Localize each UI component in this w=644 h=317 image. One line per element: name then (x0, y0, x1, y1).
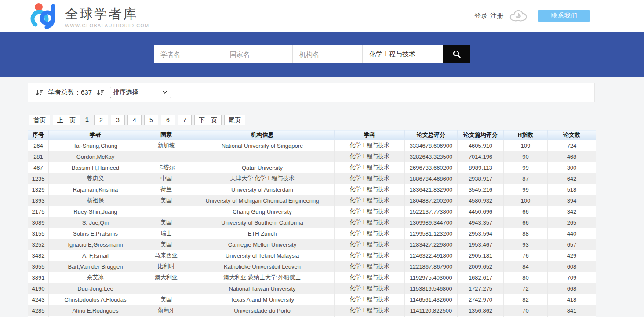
table-cell: 化学工程与技术 (335, 184, 405, 195)
cloud-boat-icon (509, 9, 529, 23)
table-cell: 342 (548, 206, 596, 217)
country-name-input[interactable] (223, 45, 293, 63)
table-cell: 70 (504, 305, 548, 316)
table-cell: 1522137.773800 (405, 206, 458, 217)
table-cell: S. Joe,Qin (49, 217, 142, 228)
table-cell: 化学工程与技术 (335, 272, 405, 283)
table-cell: 比利时 (142, 261, 190, 272)
pagination-page-1[interactable]: 1 (83, 115, 91, 124)
sort-toolbar: 学者总数：637 排序选择 (28, 83, 595, 102)
table-cell: 1141120.822500 (405, 305, 458, 316)
sort-select-value: 排序选择 (113, 88, 138, 96)
table-cell: 82 (504, 294, 548, 305)
pagination-next[interactable]: 下一页 (194, 115, 222, 125)
table-cell: 84 (504, 261, 548, 272)
table-cell: Texas A and M University (190, 294, 335, 305)
table-cell: 99 (504, 162, 548, 173)
column-header: 论文总评分 (405, 130, 458, 140)
top-header: 全球学者库 WWW.GLOBALAUTHORID.COM 登录 注册 联系我们 (0, 0, 644, 32)
table-cell: 中国 (142, 173, 190, 184)
table-row: 1235姜忠义中国天津大学 化学工程与技术化学工程与技术1886784.4686… (28, 173, 596, 184)
table-cell: 90 (504, 151, 548, 162)
table-cell: 化学工程与技术 (335, 239, 405, 250)
column-header: 学科 (335, 130, 405, 140)
table-cell: 657 (548, 239, 596, 250)
table-cell: 天津大学 化学工程与技术 (190, 173, 335, 184)
table-cell: 化学工程与技术 (335, 294, 405, 305)
search-band (0, 32, 644, 77)
table-cell: Bart,Van der Bruggen (49, 261, 142, 272)
table-cell: 3282643.323500 (405, 151, 458, 162)
table-row: 4285Alírio E,Rodrigues葡萄牙Universidade do… (28, 305, 596, 316)
site-logo[interactable]: 全球学者库 WWW.GLOBALAUTHORID.COM (30, 2, 149, 29)
table-cell (142, 206, 190, 217)
table-cell: A. F,Ismail (49, 250, 142, 261)
pagination-page-7[interactable]: 7 (178, 115, 192, 125)
sort-amount-icon[interactable] (36, 89, 43, 96)
table-cell: 1235 (28, 173, 49, 184)
table-cell: 1727.275 (458, 283, 504, 294)
table-cell: 281 (28, 151, 49, 162)
pagination-prev[interactable]: 上一页 (53, 115, 80, 125)
table-cell: 1356.862 (458, 305, 504, 316)
table-cell: 马来西亚 (142, 250, 190, 261)
pagination-first[interactable]: 首页 (29, 115, 50, 125)
table-cell: 1153819.546800 (405, 283, 458, 294)
table-row: 1329Rajamani,Krishna荷兰University of Amst… (28, 184, 596, 195)
table-cell: 1283427.229800 (405, 239, 458, 250)
site-title: 全球学者库 (65, 7, 149, 22)
table-cell: 化学工程与技术 (335, 195, 405, 206)
table-cell: 澳大利亚 蒙纳士大学 外籍院士 (190, 272, 335, 283)
scholar-name-input[interactable] (154, 45, 223, 63)
table-cell: 葡萄牙 (142, 305, 190, 316)
table-cell: 76 (504, 250, 548, 261)
table-cell: Rajamani,Krishna (49, 184, 142, 195)
pagination-page-3[interactable]: 3 (111, 115, 125, 125)
search-button[interactable] (443, 45, 470, 63)
register-link[interactable]: 注册 (490, 12, 503, 20)
pagination-last[interactable]: 尾页 (224, 115, 245, 125)
table-cell: 化学工程与技术 (335, 162, 405, 173)
table-cell: 440 (548, 228, 596, 239)
scholar-table: 序号学者国家机构信息学科论文总评分论文篇均评分H指数论文数 264Tai-Shu… (28, 130, 596, 317)
column-header: 论文篇均评分 (458, 130, 504, 140)
table-cell: 467 (28, 162, 49, 173)
table-cell: 418 (548, 294, 596, 305)
pagination-page-4[interactable]: 4 (127, 115, 142, 125)
table-cell (190, 151, 335, 162)
table-cell: 4285 (28, 305, 49, 316)
table-cell: 2905.181 (458, 250, 504, 261)
table-cell: 724 (548, 140, 596, 151)
table-cell: National Taiwan University (190, 283, 335, 294)
pagination-page-5[interactable]: 5 (144, 115, 158, 125)
subject-input[interactable] (363, 45, 443, 63)
table-row: 1393杨祖保美国University of Michigan Chemical… (28, 195, 596, 206)
table-cell: 264 (28, 140, 49, 151)
logo-text: 全球学者库 WWW.GLOBALAUTHORID.COM (65, 4, 149, 28)
table-cell: 88 (504, 228, 548, 239)
sort-amount-icon[interactable] (97, 89, 104, 96)
table-cell: University of Teknol Malaysia (190, 250, 335, 261)
table-cell: 美国 (142, 294, 190, 305)
contact-us-button[interactable]: 联系我们 (538, 10, 590, 22)
login-link[interactable]: 登录 (474, 12, 488, 20)
column-header: 学者 (49, 130, 142, 140)
logo-icon (30, 2, 59, 29)
pagination-page-6[interactable]: 6 (161, 115, 175, 125)
table-cell: 3655 (28, 261, 49, 272)
table-cell: 4450.696 (458, 206, 504, 217)
table-cell: 518 (548, 184, 596, 195)
institution-name-input[interactable] (293, 45, 363, 63)
table-cell: Gordon,McKay (49, 151, 142, 162)
table-cell (142, 283, 190, 294)
pagination-page-2[interactable]: 2 (94, 115, 108, 125)
table-row: 4190Duu-Jong,LeeNational Taiwan Universi… (28, 283, 596, 294)
search-bar (154, 45, 470, 63)
column-header: 机构信息 (190, 130, 335, 140)
table-cell: 1953.467 (458, 239, 504, 250)
table-cell: 瑞士 (142, 228, 190, 239)
table-cell: 荷兰 (142, 184, 190, 195)
table-cell: 2742.970 (458, 294, 504, 305)
sort-order-select[interactable]: 排序选择 (110, 87, 171, 98)
table-cell: 美国 (142, 217, 190, 228)
